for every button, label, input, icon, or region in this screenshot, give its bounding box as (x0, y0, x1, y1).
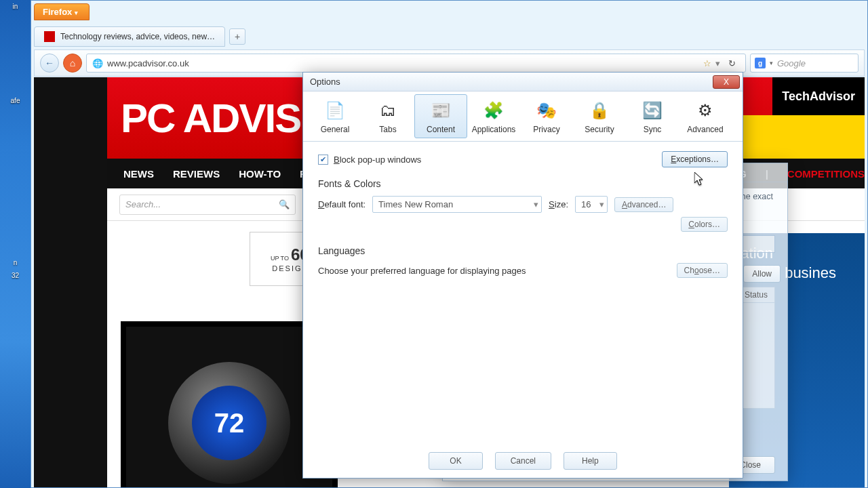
nest-thermostat-icon: 72 (168, 362, 290, 484)
desktop-icon[interactable]: n (0, 256, 31, 269)
help-button[interactable]: Help (564, 452, 617, 470)
nav-news[interactable]: NEWS (123, 168, 154, 180)
nav-reviews[interactable]: REVIEWS (173, 168, 220, 180)
category-icon: 🗂 (376, 99, 399, 122)
yellow-banner (729, 115, 865, 159)
fonts-colors-heading: Fonts & Colors (318, 178, 728, 189)
tab-bar: Technology reviews, advice, videos, new…… (34, 26, 865, 47)
desktop-icon[interactable]: afe (0, 94, 31, 107)
options-dialog[interactable]: Options X 📄General🗂Tabs📰Content🧩Applicat… (302, 72, 743, 479)
desktop-icons: in afe n 32 (0, 0, 31, 488)
options-categories: 📄General🗂Tabs📰Content🧩Applications🎭Priva… (303, 92, 743, 142)
new-tab-button[interactable]: + (229, 28, 245, 45)
colors-button[interactable]: Colors… (681, 217, 728, 232)
category-icon: 📰 (429, 99, 452, 122)
category-security[interactable]: 🔒Security (573, 94, 626, 138)
category-icon: 🔄 (641, 99, 664, 122)
techadvisor-bar: TechAdvisor (772, 77, 865, 115)
google-icon: g (755, 58, 766, 68)
size-select[interactable]: 16▾ (575, 196, 608, 213)
block-popups-checkbox[interactable]: ✔ (318, 155, 328, 165)
block-popups-label: Block pop-up windows (334, 155, 421, 165)
choose-language-button[interactable]: Choose… (677, 263, 728, 278)
category-icon: 🎭 (535, 99, 558, 122)
default-font-label: Default font: (318, 199, 366, 209)
mouse-cursor-icon (694, 172, 705, 187)
techadvisor-logo[interactable]: TechAdvisor (782, 89, 855, 104)
star-icon[interactable]: ☆ (703, 58, 711, 68)
category-applications[interactable]: 🧩Applications (467, 94, 520, 138)
category-icon: 📄 (323, 99, 347, 122)
category-general[interactable]: 📄General (309, 94, 361, 138)
category-icon: 🧩 (482, 99, 505, 122)
exceptions-button[interactable]: Exceptions… (662, 151, 728, 167)
font-select[interactable]: Times New Roman ▾ (372, 196, 542, 213)
allow-button[interactable]: Allow (743, 265, 781, 283)
category-icon: 🔒 (588, 99, 611, 122)
col-status[interactable]: Status (738, 287, 774, 302)
category-tabs[interactable]: 🗂Tabs (361, 94, 414, 138)
size-label: Size: (549, 199, 568, 209)
site-logo[interactable]: PC ADVIS (121, 95, 300, 142)
close-icon[interactable]: X (713, 75, 740, 89)
search-placeholder: Google (777, 58, 806, 68)
back-button[interactable]: ← (40, 54, 59, 73)
options-titlebar[interactable]: Options X (303, 73, 743, 92)
url-text: www.pcadvisor.co.uk (107, 58, 189, 68)
search-bar[interactable]: g ▾ Google (750, 54, 859, 73)
category-icon: ⚙ (694, 99, 717, 122)
firefox-menu[interactable]: Firefox ▾ (34, 3, 90, 20)
home-button[interactable]: ⌂ (63, 54, 82, 73)
reload-button[interactable]: ↻ (724, 58, 740, 68)
desktop-icon[interactable]: 32 (0, 269, 31, 282)
category-sync[interactable]: 🔄Sync (626, 94, 679, 138)
favicon-icon (44, 31, 55, 42)
languages-heading: Languages (318, 245, 728, 256)
desktop-icon[interactable]: in (0, 0, 31, 13)
category-content[interactable]: 📰Content (414, 94, 467, 138)
category-privacy[interactable]: 🎭Privacy (520, 94, 573, 138)
browser-tab[interactable]: Technology reviews, advice, videos, new… (34, 26, 225, 47)
tab-title: Technology reviews, advice, videos, new… (60, 32, 215, 41)
nav-howto[interactable]: HOW-TO (239, 168, 281, 180)
globe-icon: 🌐 (92, 58, 103, 68)
languages-description: Choose your preferred language for displ… (318, 266, 526, 276)
url-bar[interactable]: 🌐 www.pcadvisor.co.uk ☆ ▾ ↻ (86, 54, 746, 73)
dropdown-icon[interactable]: ▾ (715, 58, 720, 68)
cancel-button[interactable]: Cancel (495, 452, 551, 470)
advanced-fonts-button[interactable]: Advanced… (614, 197, 673, 212)
category-advanced[interactable]: ⚙Advanced (679, 94, 732, 138)
ok-button[interactable]: OK (429, 452, 482, 470)
site-search-input[interactable]: Search...🔍 (119, 195, 296, 215)
nav-competitions[interactable]: COMPETITIONS (787, 168, 865, 180)
left-ad-rail (34, 77, 107, 487)
